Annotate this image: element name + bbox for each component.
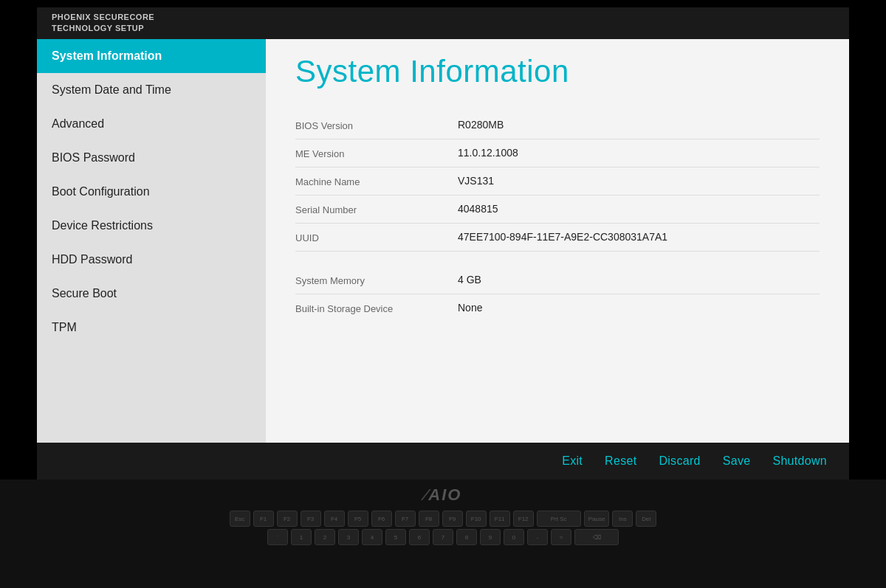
info-row: BIOS VersionR0280MB xyxy=(295,111,820,139)
key-f4[interactable]: F4 xyxy=(324,511,345,527)
info-label: Built-in Storage Device xyxy=(295,302,458,314)
sidebar-item-tpm[interactable]: TPM xyxy=(37,311,266,345)
info-value: R0280MB xyxy=(458,119,504,131)
bios-screen: PHOENIX SECURECORE TECHNOLOGY SETUP Syst… xyxy=(37,7,849,480)
brand-line2: TECHNOLOGY SETUP xyxy=(52,23,834,34)
key-f1[interactable]: F1 xyxy=(253,511,274,527)
key-esc[interactable]: Esc xyxy=(230,511,250,527)
info-label: UUID xyxy=(295,231,458,243)
save-button[interactable]: Save xyxy=(723,454,751,468)
key-f3[interactable]: F3 xyxy=(301,511,321,527)
key-f5[interactable]: F5 xyxy=(348,511,368,527)
key-insert[interactable]: Ins xyxy=(612,511,633,527)
key-6[interactable]: 6 xyxy=(409,529,430,545)
key-pause[interactable]: Pause xyxy=(584,511,610,527)
key-8[interactable]: 8 xyxy=(456,529,477,545)
key-1[interactable]: 1 xyxy=(291,529,312,545)
shutdown-button[interactable]: Shutdown xyxy=(772,454,827,468)
sidebar-item-boot-configuration[interactable]: Boot Configuration xyxy=(37,175,266,209)
keyboard-row-2: ` 1 2 3 4 5 6 7 8 9 0 - = ⌫ xyxy=(267,529,619,545)
info-label: Serial Number xyxy=(295,203,458,215)
info-row: Serial Number4048815 xyxy=(295,196,820,224)
info-row: Machine NameVJS131 xyxy=(295,167,820,196)
info-value: 4 GB xyxy=(458,274,481,286)
keyboard-row-1: Esc F1 F2 F3 F4 F5 F6 F7 F8 F9 F10 F11 F… xyxy=(230,511,657,527)
key-f8[interactable]: F8 xyxy=(419,511,439,527)
brand-line1: PHOENIX SECURECORE xyxy=(52,12,834,23)
info-label: Machine Name xyxy=(295,175,458,187)
system-info-table: BIOS VersionR0280MBME Version11.0.12.100… xyxy=(295,111,820,322)
action-bar: ExitResetDiscardSaveShutdown xyxy=(37,443,849,480)
bios-main: System InformationSystem Date and TimeAd… xyxy=(37,39,849,443)
sidebar-item-advanced[interactable]: Advanced xyxy=(37,107,266,141)
key-backtick[interactable]: ` xyxy=(267,529,288,545)
info-row: System Memory4 GB xyxy=(295,266,820,294)
key-minus[interactable]: - xyxy=(527,529,548,545)
key-f2[interactable]: F2 xyxy=(277,511,298,527)
info-value: 47EE7100-894F-11E7-A9E2-CC308031A7A1 xyxy=(458,231,667,243)
key-5[interactable]: 5 xyxy=(385,529,406,545)
key-f12[interactable]: F12 xyxy=(513,511,534,527)
info-value: VJS131 xyxy=(458,175,494,187)
key-7[interactable]: 7 xyxy=(433,529,453,545)
discard-button[interactable]: Discard xyxy=(659,454,700,468)
content-title: System Information xyxy=(295,54,820,89)
sidebar-item-device-restrictions[interactable]: Device Restrictions xyxy=(37,209,266,243)
info-label: ME Version xyxy=(295,147,458,159)
key-0[interactable]: 0 xyxy=(504,529,524,545)
info-value: 4048815 xyxy=(458,203,498,215)
sidebar: System InformationSystem Date and TimeAd… xyxy=(37,39,266,443)
key-f7[interactable]: F7 xyxy=(395,511,416,527)
info-value: None xyxy=(458,302,482,314)
info-value: 11.0.12.1008 xyxy=(458,147,518,159)
sidebar-item-secure-boot[interactable]: Secure Boot xyxy=(37,277,266,311)
key-f6[interactable]: F6 xyxy=(371,511,392,527)
brand-bar: PHOENIX SECURECORE TECHNOLOGY SETUP xyxy=(37,7,849,39)
info-label: BIOS Version xyxy=(295,119,458,131)
key-delete[interactable]: Del xyxy=(636,511,656,527)
key-f11[interactable]: F11 xyxy=(490,511,510,527)
key-2[interactable]: 2 xyxy=(315,529,335,545)
key-3[interactable]: 3 xyxy=(338,529,359,545)
info-label: System Memory xyxy=(295,274,458,286)
key-f10[interactable]: F10 xyxy=(466,511,487,527)
vaio-logo: ∕AIO xyxy=(425,485,462,505)
exit-button[interactable]: Exit xyxy=(562,454,583,468)
key-backspace[interactable]: ⌫ xyxy=(574,529,619,545)
sidebar-item-hdd-password[interactable]: HDD Password xyxy=(37,243,266,277)
sidebar-item-bios-password[interactable]: BIOS Password xyxy=(37,141,266,175)
sidebar-item-system-information[interactable]: System Information xyxy=(37,39,266,73)
info-row: Built-in Storage DeviceNone xyxy=(295,294,820,322)
info-row: UUID47EE7100-894F-11E7-A9E2-CC308031A7A1 xyxy=(295,224,820,252)
content-panel: System Information BIOS VersionR0280MBME… xyxy=(266,39,849,443)
key-f9[interactable]: F9 xyxy=(442,511,463,527)
reset-button[interactable]: Reset xyxy=(605,454,636,468)
key-4[interactable]: 4 xyxy=(362,529,382,545)
keyboard-area: ∕AIO Esc F1 F2 F3 F4 F5 F6 F7 F8 F9 F10 … xyxy=(0,480,886,588)
sidebar-item-system-date-time[interactable]: System Date and Time xyxy=(37,73,266,107)
key-equals[interactable]: = xyxy=(551,529,571,545)
key-9[interactable]: 9 xyxy=(480,529,501,545)
key-prtsc[interactable]: Prt Sc xyxy=(537,511,581,527)
keyboard-wrapper: ∕AIO Esc F1 F2 F3 F4 F5 F6 F7 F8 F9 F10 … xyxy=(0,485,886,547)
info-row: ME Version11.0.12.1008 xyxy=(295,139,820,167)
